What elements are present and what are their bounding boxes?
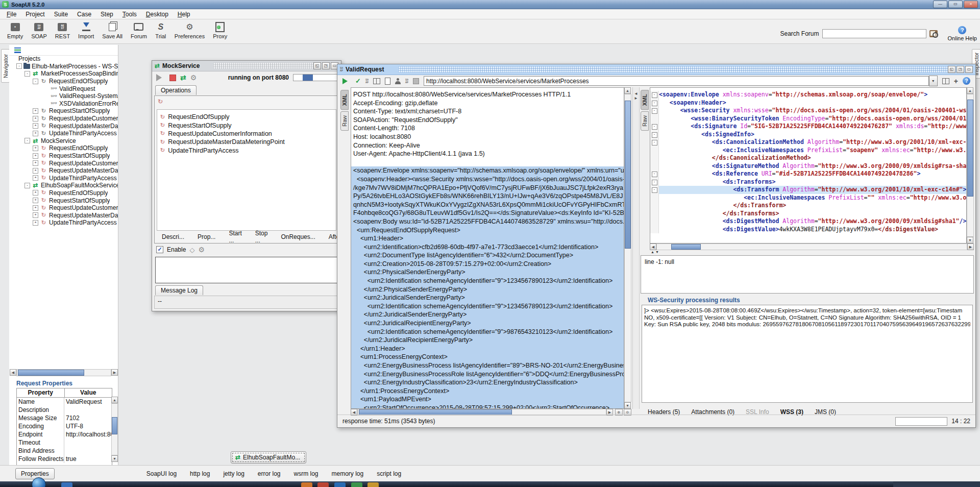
tree-item[interactable]: - MarketProcessesSoapBinding [9, 70, 118, 78]
operations-tab[interactable]: Operations [155, 85, 197, 95]
response-vscrollbar[interactable]: ▲ ▼ [967, 87, 974, 243]
menu-item[interactable]: Project [21, 10, 49, 19]
tree-item[interactable]: + UpdateThirdPartyAccess [9, 130, 118, 137]
splitter-collapse-icons[interactable]: ◄► [633, 91, 639, 101]
taskbar-app-icon[interactable] [61, 482, 72, 487]
tree-item[interactable]: + RequestUpdateCustomerInformation [9, 115, 118, 123]
response-xml-tab[interactable]: XML [641, 90, 649, 110]
vr-close-icon[interactable]: ▭ [965, 66, 973, 73]
toolbar-button[interactable]: RE ST REST [51, 21, 74, 40]
tree-item[interactable]: - RequestEndOfSupply [9, 78, 118, 85]
log-tab[interactable]: SoapUI log [146, 470, 177, 477]
tree-expander[interactable]: - [33, 79, 38, 84]
menu-item[interactable]: Desktop [141, 10, 173, 19]
tree-expander[interactable]: + [33, 205, 38, 211]
menu-item[interactable]: Suite [50, 10, 72, 19]
tree-item[interactable]: + RequestEndOfSupply [9, 144, 118, 152]
properties-vscrollbar[interactable]: ▲ ▼ [111, 397, 118, 462]
mock-stop-button[interactable] [169, 75, 176, 81]
tree-item[interactable]: + RequestStartOfSupply [9, 107, 118, 115]
log-tab[interactable]: jetty log [223, 470, 244, 477]
soap-config-icon[interactable]: SO AP [405, 79, 408, 84]
menu-item[interactable]: Help [173, 10, 195, 19]
property-row[interactable]: Timeout [17, 439, 112, 447]
tree-expander[interactable]: + [33, 116, 38, 121]
mock-inspector-tab[interactable]: Descri... [162, 233, 184, 240]
request-vscrollbar[interactable]: ▲ ▼ [624, 87, 631, 409]
property-row[interactable]: Bind Address [17, 447, 112, 455]
vr-maximize-icon[interactable]: ◳ [957, 66, 964, 73]
response-raw-tab[interactable]: Raw [641, 111, 649, 131]
tree-item[interactable]: Projects [9, 55, 118, 63]
tree-expander[interactable]: + [33, 212, 38, 218]
tree-item[interactable]: XSDValidationErrorRequest [9, 100, 118, 108]
enable-checkbox[interactable]: ✓ [156, 246, 163, 253]
property-row[interactable]: Follow Redirects true [17, 455, 112, 463]
search-forum-input[interactable] [822, 29, 926, 38]
validrequest-titlebar[interactable]: SO AP ValidRequest ◱ ◳ ▭ [337, 64, 975, 75]
operation-list-item[interactable]: RequestEndOfSupply [157, 113, 336, 121]
operation-list-item[interactable]: RequestStartOfSupply [157, 121, 336, 129]
tree-item[interactable]: + RequestUpdateCustomerInform [9, 159, 118, 167]
message-log-area[interactable]: -- [154, 296, 339, 309]
mock-inspector-tab[interactable]: OnReques... [281, 233, 315, 240]
endpoint-explorer-icon[interactable] [395, 78, 401, 84]
soap-action-icon[interactable]: SO AP [365, 79, 369, 84]
log-tab[interactable]: memory log [332, 470, 364, 477]
tree-item[interactable]: + RequestUpdateMasterDataMeter [9, 211, 118, 219]
tree-expander[interactable]: + [33, 168, 38, 174]
add-endpoint-icon[interactable]: + [954, 77, 958, 85]
toolbar-button[interactable]: Import [74, 21, 98, 40]
toolbar-button[interactable]: ✱ Empty [3, 21, 27, 40]
request-raw-tab[interactable]: Raw [340, 111, 349, 131]
tree-item[interactable]: - Elhub-MarketProcesses - WS-Security [9, 63, 118, 70]
property-row[interactable]: Endpoint http://localhost:80... [17, 430, 112, 439]
tree-item[interactable]: + RequestEndOfSupply [9, 189, 118, 197]
menu-item[interactable]: Case [72, 10, 96, 19]
response-hscrollbar[interactable]: ◀ ▶ [650, 243, 974, 250]
tree-expander[interactable]: - [24, 138, 30, 143]
tree-expander[interactable]: - [16, 63, 22, 69]
endpoint-dropdown-icon[interactable]: ▼ [929, 76, 938, 86]
properties-button[interactable]: Properties [15, 468, 55, 479]
menu-item[interactable]: Step [96, 10, 118, 19]
tree-expander[interactable]: + [33, 220, 38, 226]
search-forum-icon[interactable] [929, 30, 938, 37]
operation-list-item[interactable]: RequestUpdateMasterDataMeteringPoint [157, 138, 336, 146]
mock-options-button[interactable]: ⚙ [190, 74, 197, 82]
endpoint-url-field[interactable]: http://localhost:8080/WebService/service… [424, 76, 929, 86]
menu-item[interactable]: Tools [118, 10, 141, 19]
mock-inspector-tab[interactable]: Prop... [198, 233, 215, 240]
request-editor[interactable]: POST http://localhost:8080/WebService/se… [351, 87, 624, 409]
toolbar-button[interactable]: Save All [98, 21, 127, 40]
log-tab[interactable]: wsrm log [294, 470, 318, 477]
split-divider[interactable]: ◄► [632, 87, 640, 409]
tree-expander[interactable]: + [33, 198, 38, 203]
request-help-icon[interactable]: ? [963, 77, 970, 85]
log-tab[interactable]: http log [190, 470, 210, 477]
submit-request-button[interactable] [342, 78, 351, 84]
maximize-button[interactable]: ▭ [948, 1, 963, 8]
taskbar-app-icon[interactable] [317, 482, 329, 487]
resubmit-button[interactable]: ✓ [355, 77, 361, 85]
clear-script-icon[interactable]: ◇ [189, 246, 194, 254]
tree-item[interactable]: ValidRequest-System/Securit [9, 92, 118, 100]
message-log-tab[interactable]: Message Log [155, 285, 203, 295]
taskbar-app-icon[interactable] [351, 482, 362, 487]
tree-hscrollbar[interactable]: ◀ ▶ [10, 369, 118, 376]
property-row[interactable]: Description [17, 406, 112, 414]
close-button[interactable]: × [964, 1, 978, 8]
navigator-tab[interactable]: Navigator [1, 49, 10, 83]
tree-expander[interactable]: - [24, 183, 30, 188]
toolbar-button[interactable]: S Trial [151, 21, 170, 40]
mock-run-button[interactable] [156, 74, 165, 81]
toolbar-button[interactable]: Forum [127, 21, 151, 40]
mock-show-service-button[interactable]: ⇄ [180, 74, 186, 82]
operation-list-item[interactable]: RequestUpdateCustomerInformation [157, 130, 336, 138]
operation-refresh-icon[interactable]: ↻ [158, 98, 163, 105]
tabbed-layout-icon[interactable] [942, 78, 949, 84]
taskbar-app-icon[interactable] [368, 482, 379, 487]
tree-expander[interactable]: + [33, 153, 38, 159]
log-tab[interactable]: error log [258, 470, 281, 477]
taskbar-app-icon[interactable] [334, 482, 346, 487]
